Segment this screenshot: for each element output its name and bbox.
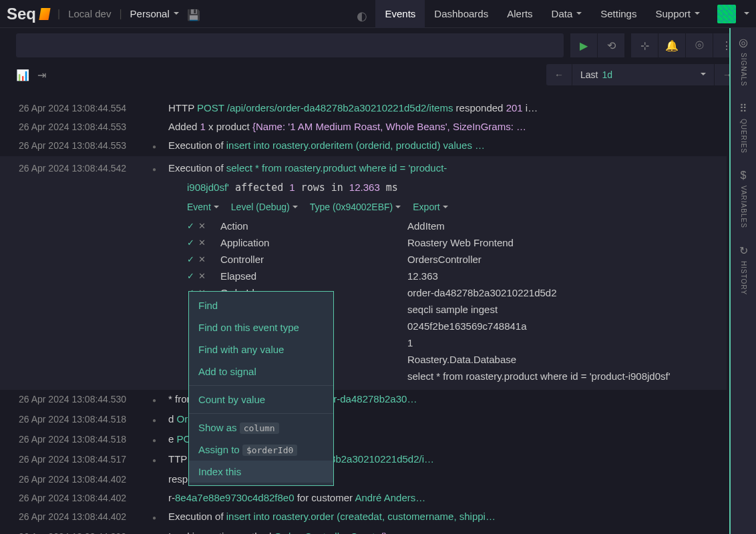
check-icon[interactable]: ✓	[187, 234, 194, 251]
event-row[interactable]: 26 Apr 2024 13:08:44.518 d OrdersControl…	[0, 410, 727, 430]
rail-item-variables[interactable]: $VARIABLES	[740, 170, 747, 228]
event-level-dot	[152, 411, 168, 429]
event-message: HTTP POST /api/orders/order-da48278b2a30…	[168, 100, 727, 116]
event-row[interactable]: 26 Apr 2024 13:08:44.553 Added 1 x produ…	[0, 117, 727, 136]
event-level-dot	[152, 509, 168, 526]
alert-button[interactable]: 🔔	[658, 33, 685, 57]
x-icon[interactable]: ✕	[198, 218, 206, 234]
save-icon[interactable]: 💾	[187, 9, 198, 19]
property-row[interactable]: ✓✕ Elapsed 12.363	[187, 268, 727, 284]
menu-item[interactable]: Find on this event type	[189, 316, 333, 338]
rail-item-history[interactable]: ↻HISTORY	[739, 244, 748, 295]
event-level-dot	[152, 451, 168, 469]
brand-text: Seq	[7, 5, 36, 23]
queries-icon: ⠿	[739, 102, 747, 115]
nav-support[interactable]: Support	[646, 0, 709, 28]
chevron-down-icon	[576, 8, 582, 19]
chevron-down-icon[interactable]	[744, 8, 749, 20]
event-level-dot	[152, 431, 168, 449]
property-value: 0245f2be163569c748841a	[407, 318, 727, 334]
menu-item[interactable]: Find with any value	[189, 338, 333, 360]
event-tab[interactable]: Type (0x94002EBF)	[310, 202, 401, 212]
event-timestamp: 26 Apr 2024 13:08:44.518	[0, 431, 152, 449]
expand-icon[interactable]: ⇥	[37, 69, 46, 81]
menu-item[interactable]: Assign to $orderId0	[189, 439, 333, 461]
user-avatar[interactable]	[717, 5, 736, 23]
event-row[interactable]: 26 Apr 2024 13:08:44.402 Execution of in…	[0, 507, 727, 527]
variables-icon: $	[741, 170, 747, 182]
event-message: r-8e4a7e88e9730c4d82f8e0 for customer An…	[168, 490, 727, 506]
event-level-dot	[152, 471, 168, 487]
check-icon[interactable]: ✓	[187, 251, 194, 268]
filter-bar: 📊 ⇥ ← Last 1d →	[0, 63, 756, 87]
event-row[interactable]: 26 Apr 2024 13:08:44.390 Invoking action…	[0, 527, 727, 534]
event-tab[interactable]: Export	[413, 202, 447, 212]
menu-item[interactable]: Index this	[189, 461, 333, 483]
rail-item-queries[interactable]: ⠿QUERIES	[739, 102, 747, 154]
event-timestamp: 26 Apr 2024 13:08:44.402	[0, 471, 152, 487]
workspace-label[interactable]: Local dev	[68, 8, 111, 19]
event-row[interactable]: 26 Apr 2024 13:08:44.518 e POST api/orde…	[0, 430, 727, 450]
property-key: Elapsed	[220, 268, 407, 284]
history-icon: ↻	[739, 244, 748, 257]
x-icon[interactable]: ✕	[198, 268, 206, 284]
event-timestamp: 26 Apr 2024 13:08:44.402	[0, 509, 152, 526]
event-message: Execution of select * from roastery.prod…	[168, 160, 727, 178]
run-button[interactable]: ▶	[570, 33, 597, 57]
event-row[interactable]: 26 Apr 2024 13:08:44.530 * from roastery…	[0, 390, 727, 410]
menu-item[interactable]: Show as column	[189, 417, 333, 439]
property-key: Action	[220, 218, 407, 234]
chevron-down-icon	[214, 203, 219, 211]
property-value: AddItem	[407, 218, 727, 234]
event-tab[interactable]: Level (Debug)	[231, 202, 298, 212]
add-signal-button[interactable]: ⊹	[631, 33, 658, 57]
stream-button[interactable]: ⟲	[598, 33, 624, 57]
x-icon[interactable]: ✕	[198, 251, 206, 268]
menu-item[interactable]: Find	[189, 294, 333, 316]
range-prev[interactable]: ←	[546, 64, 572, 85]
signals-icon: ◎	[739, 36, 748, 49]
event-row[interactable]: 26 Apr 2024 13:08:44.402 r-8e4a7e88e9730…	[0, 489, 727, 507]
environment-selector[interactable]: Personal	[130, 8, 179, 19]
expanded-event: 26 Apr 2024 13:08:44.542 Execution of se…	[0, 156, 727, 390]
event-row[interactable]: 26 Apr 2024 13:08:44.402 responded 201 i…	[0, 470, 727, 489]
histogram-icon[interactable]: 📊	[16, 69, 29, 81]
x-icon[interactable]: ✕	[198, 234, 206, 251]
event-detail-tabs: Event Level (Debug) Type (0x94002EBF) Ex…	[0, 196, 727, 218]
event-level-dot	[152, 100, 168, 116]
nav-events[interactable]: Events	[375, 0, 425, 28]
query-input[interactable]	[16, 33, 564, 57]
event-row[interactable]: 26 Apr 2024 13:08:44.553 Execution of in…	[0, 136, 727, 156]
event-tab[interactable]: Event	[187, 202, 219, 212]
check-icon[interactable]: ✓	[187, 268, 194, 284]
broadcast-button[interactable]: ⦾	[686, 33, 713, 57]
nav-data[interactable]: Data	[542, 0, 592, 28]
property-row[interactable]: ✓✕ Application Roastery Web Frontend	[187, 234, 727, 251]
property-value: order-da48278b2a30210221d5d2	[407, 284, 727, 301]
event-message: Added 1 x product {Name: '1 AM Medium Ro…	[168, 119, 727, 135]
property-value: Roastery.Data.Database	[407, 351, 727, 368]
brand-icon	[39, 8, 50, 20]
nav-dashboards[interactable]: Dashboards	[425, 0, 498, 28]
event-row[interactable]: 26 Apr 2024 13:08:44.554 HTTP POST /api/…	[0, 99, 727, 117]
rail-item-signals[interactable]: ◎SIGNALS	[739, 36, 748, 86]
event-timestamp: 26 Apr 2024 13:08:44.553	[0, 119, 152, 135]
nav-alerts[interactable]: Alerts	[498, 0, 542, 28]
event-level-dot	[152, 119, 168, 135]
event-message: Invoking action method OrdersController.…	[168, 529, 727, 534]
check-icon[interactable]: ✓	[187, 218, 194, 234]
theme-icon[interactable]: ◐	[357, 9, 367, 19]
property-row[interactable]: ✓✕ Controller OrdersController	[187, 251, 727, 268]
event-level-dot	[152, 391, 168, 409]
event-row[interactable]: 26 Apr 2024 13:08:44.517 TTP POST /api/o…	[0, 450, 727, 470]
menu-item[interactable]: Add to signal	[189, 360, 333, 382]
menu-pill: $orderId0	[242, 445, 297, 456]
divider: |	[57, 8, 60, 20]
divider: |	[119, 8, 122, 20]
nav-settings[interactable]: Settings	[591, 0, 646, 28]
range-label[interactable]: Last 1d	[572, 64, 714, 85]
brand-logo[interactable]: Seq	[7, 5, 49, 23]
event-message: Execution of insert into roastery.orderi…	[168, 138, 727, 155]
menu-item[interactable]: Count by value	[189, 388, 333, 411]
property-row[interactable]: ✓✕ Action AddItem	[187, 218, 727, 234]
